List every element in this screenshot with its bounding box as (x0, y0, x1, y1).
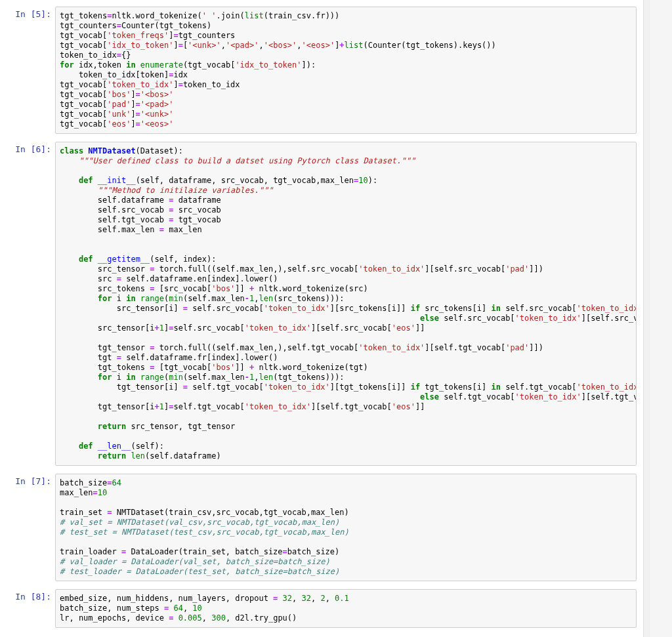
code-cell[interactable]: In [5]: tgt_tokens=nltk.word_tokenize(' … (7, 5, 637, 135)
cell-prompt: In [5]: (7, 7, 55, 134)
cell-prompt: In [8]: (7, 589, 55, 628)
cell-prompt: In [7]: (7, 474, 55, 581)
prompt-label: In [7]: (15, 476, 51, 486)
code-cell[interactable]: In [8]: embed_size, num_hiddens, num_lay… (7, 588, 637, 629)
prompt-label: In [5]: (15, 9, 51, 19)
cell-input[interactable]: class NMTDataset(Dataset): """User defin… (55, 142, 637, 466)
code-cell[interactable]: In [6]: class NMTDataset(Dataset): """Us… (7, 140, 637, 467)
cell-input[interactable]: batch_size=64 max_len=10 train_set = NMT… (55, 474, 637, 581)
code-content[interactable]: tgt_tokens=nltk.word_tokenize(' '.join(l… (60, 11, 632, 129)
code-content[interactable]: batch_size=64 max_len=10 train_set = NMT… (60, 478, 632, 577)
prompt-label: In [8]: (15, 592, 51, 602)
page-scrollbar[interactable] (643, 0, 672, 637)
prompt-label: In [6]: (15, 144, 51, 154)
notebook-container[interactable]: In [5]: tgt_tokens=nltk.word_tokenize(' … (0, 0, 643, 637)
code-content[interactable]: class NMTDataset(Dataset): """User defin… (60, 146, 637, 461)
cell-input[interactable]: embed_size, num_hiddens, num_layers, dro… (55, 589, 637, 628)
code-cell[interactable]: In [7]: batch_size=64 max_len=10 train_s… (7, 472, 637, 583)
cell-prompt: In [6]: (7, 142, 55, 466)
code-content[interactable]: embed_size, num_hiddens, num_layers, dro… (60, 594, 632, 623)
cell-input[interactable]: tgt_tokens=nltk.word_tokenize(' '.join(l… (55, 7, 637, 134)
